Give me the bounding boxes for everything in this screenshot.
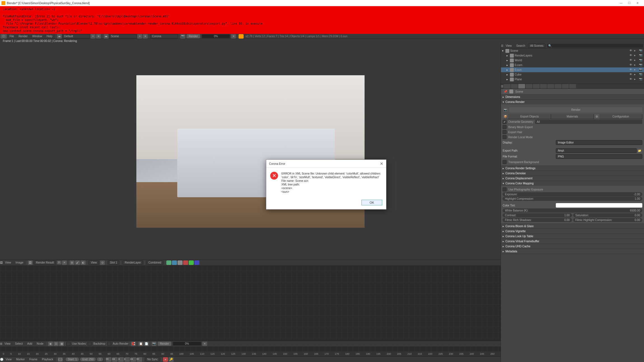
render-button[interactable]: Render [186, 34, 200, 38]
panel-dimensions[interactable]: ▸ Dimensions [501, 95, 644, 99]
highlight-field[interactable]: Highlight Compression:1.00 [503, 197, 642, 201]
color-tint-swatch[interactable] [556, 203, 642, 208]
dialog-ok-button[interactable]: OK [361, 200, 382, 205]
render-icon[interactable]: 📷 [180, 34, 185, 39]
scene-dropdown[interactable]: Scene [109, 34, 137, 38]
timeline-ruler[interactable]: 0510152025303540455055606570758085909510… [0, 351, 501, 356]
panel-collapsed[interactable]: ▸Corona Bloom & Glare [501, 224, 644, 229]
dialog-titlebar[interactable]: Corona Error ✕ [266, 160, 386, 168]
filmic-hl-field[interactable]: Filmic Highlight Compression:0.00 [573, 218, 642, 222]
tab-world[interactable] [526, 84, 532, 88]
panel-collapsed[interactable]: ▸Corona Render Settings [501, 166, 644, 171]
tab-data[interactable] [547, 84, 554, 88]
node-cancel-render-icon[interactable]: ✕ [202, 342, 207, 346]
shader-nodes-icon[interactable]: ◉ [48, 342, 53, 346]
file-format-dropdown[interactable]: PNG [556, 154, 642, 159]
jump-end-icon[interactable]: ⏭ [137, 357, 142, 362]
all-dropdown[interactable]: All [535, 120, 642, 124]
menu-help[interactable]: Help [45, 35, 55, 38]
photo-exposure-checkbox[interactable] [503, 187, 507, 191]
keyframe-next-icon[interactable]: ▸▸ [130, 357, 136, 362]
tab-materials[interactable]: Materials [551, 114, 594, 119]
view-zoom-icon[interactable]: ⊙ [100, 260, 105, 265]
node-menu-add[interactable]: Add [25, 342, 34, 345]
white-balance-field[interactable]: White Balance (K):6500.00 [503, 208, 642, 213]
node-editor-type-icon[interactable]: ⊞ [0, 342, 2, 345]
panel-collapsed[interactable]: ▸Corona Virtual Framebuffer [501, 239, 644, 244]
tab-render-layers[interactable] [511, 84, 518, 88]
menu-window[interactable]: Window [30, 35, 45, 38]
channel-alpha-icon[interactable] [178, 260, 183, 265]
outliner-item[interactable]: ▸0.sun👁▸📷 [501, 67, 644, 72]
tab-export-objects[interactable]: Export Objects [508, 114, 551, 119]
paint-icon[interactable]: 🖌 [75, 260, 80, 265]
render-result-dropdown[interactable]: Render Result [34, 260, 56, 265]
tab-scene[interactable] [518, 84, 525, 88]
outliner-menu-search[interactable]: Search [514, 44, 528, 47]
node-render-icon[interactable]: 📷 [151, 342, 157, 346]
channel-r-icon[interactable] [183, 260, 188, 265]
panel-corona-render[interactable]: ▾ Corona Render [501, 100, 644, 104]
autokey-icon[interactable]: ● [163, 357, 168, 362]
timeline-menu-marker[interactable]: Marker [14, 358, 27, 361]
image-editor-type-icon[interactable]: 🖼 [0, 261, 3, 264]
panel-collapsed[interactable]: ▸Corona Displacement [501, 176, 644, 181]
panel-collapsed[interactable]: ▸Corona Look Up Table [501, 234, 644, 239]
contrast-field[interactable]: Contrast:1.00 [503, 213, 572, 217]
compositor-nodes-icon[interactable]: ⊡ [53, 342, 59, 346]
hair-checkbox[interactable] [503, 130, 507, 134]
play-icon[interactable]: ▸ [124, 357, 130, 362]
outliner-menu-view[interactable]: View [503, 44, 514, 47]
export-path-field[interactable]: /tmp\ [556, 148, 637, 153]
panel-collapsed[interactable]: ▸Metadata [501, 249, 644, 254]
image-remove-icon[interactable]: ✕ [62, 260, 67, 265]
channel-b-icon[interactable] [194, 260, 199, 265]
outliner-search-field[interactable]: 🔍 [547, 44, 643, 48]
outliner-type-icon[interactable]: ☰ [501, 44, 503, 47]
channel-rgba-icon[interactable] [166, 260, 171, 265]
local-checkbox[interactable] [503, 135, 507, 139]
menu-file[interactable]: File [7, 35, 16, 38]
texture-nodes-icon[interactable]: ▦ [59, 342, 64, 346]
properties-type-icon[interactable]: ☰ [501, 85, 503, 88]
channel-g-icon[interactable] [189, 260, 194, 265]
overwrite-checkbox[interactable] [503, 120, 507, 124]
node-menu-select[interactable]: Select [13, 342, 25, 345]
uv-icon[interactable]: ⊞ [69, 260, 74, 265]
node-menu-view[interactable]: View [2, 342, 13, 345]
export-objects-icon[interactable]: 📦 [503, 114, 508, 119]
layout-prev-icon[interactable]: ◂▸ [57, 34, 62, 39]
slot-dropdown[interactable]: Slot 1 [108, 260, 119, 265]
tab-material[interactable] [555, 84, 561, 88]
shadows-field[interactable]: Filmic Rich Shadows:0.00 [503, 218, 572, 222]
outliner-filter-dropdown[interactable]: All Scenes [528, 44, 545, 48]
layer-dropdown[interactable]: RenderLayer [123, 260, 143, 265]
jump-start-icon[interactable]: ⏮ [106, 357, 111, 362]
config-icon[interactable]: ⚙ [594, 114, 599, 119]
scene-browse-icon[interactable]: ◂▸ [104, 34, 109, 39]
end-frame-field[interactable]: End: 250 [80, 358, 96, 361]
panel-collapsed[interactable]: ▸Corona UHD Cache [501, 244, 644, 249]
keying-set-icon[interactable]: 🔑 [169, 357, 174, 362]
node-menu-node[interactable]: Node [34, 342, 46, 345]
image-menu-image[interactable]: Image [13, 261, 26, 264]
scene-add-icon[interactable]: + [137, 34, 142, 39]
tab-configuration[interactable]: Configuration [599, 114, 642, 119]
outliner-tree[interactable]: ▾Scene👁▸📷▸RenderLayers👁▸📷▸World👁▸📷▸0.cam… [501, 48, 644, 84]
current-frame-field[interactable]: 1 [97, 358, 103, 361]
node-paste-icon[interactable]: 📄 [144, 342, 149, 346]
panel-collapsed[interactable]: ▸Corona Denoise [501, 171, 644, 176]
view-mode-dropdown[interactable]: View [89, 260, 99, 265]
image-menu-view[interactable]: View [3, 261, 13, 264]
binary-checkbox[interactable] [503, 125, 507, 129]
pass-dropdown[interactable]: Combined [146, 260, 163, 265]
outliner-item[interactable]: ▸Plane👁▸📷 [501, 77, 644, 82]
transparent-bg-checkbox[interactable] [503, 160, 507, 164]
image-browse-icon[interactable]: 🖼 [28, 260, 33, 265]
node-copy-icon[interactable]: 📋 [138, 342, 143, 346]
display-dropdown[interactable]: Image Editor [556, 140, 642, 145]
outliner-item[interactable]: ▸Cube👁▸📷 [501, 72, 644, 77]
menu-render[interactable]: Render [16, 35, 30, 38]
timeline-area[interactable] [0, 346, 501, 351]
image-pin-icon[interactable]: F [57, 261, 61, 264]
